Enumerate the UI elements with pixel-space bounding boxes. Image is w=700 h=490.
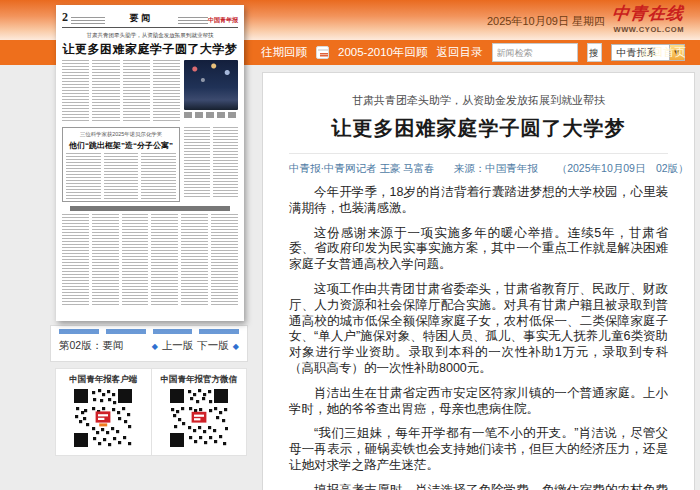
nav-back-to-contents[interactable]: 返回目录 xyxy=(437,45,483,60)
article-title: 让更多困难家庭学子圆了大学梦 xyxy=(289,115,668,142)
page-label: 第02版：要闻 xyxy=(59,339,123,353)
simulated-text-columns xyxy=(66,153,176,199)
calendar-icon[interactable] xyxy=(316,46,329,59)
article-links-row xyxy=(51,326,247,334)
search-button[interactable]: 搜 xyxy=(587,43,602,62)
article-divider xyxy=(289,153,668,154)
article-link[interactable] xyxy=(199,329,239,334)
newspaper-second-headline: 他们“跳出框架”造“分子公寓” xyxy=(66,140,176,151)
newspaper-second-story: 三位科学家获2025年诺贝尔化学奖 他们“跳出框架”造“分子公寓” xyxy=(62,127,238,202)
search-input[interactable] xyxy=(492,43,578,62)
article-link[interactable] xyxy=(59,329,99,334)
simulated-subheadline xyxy=(70,206,230,211)
simulated-text-columns xyxy=(62,60,180,122)
nav-archive-2005-2010[interactable]: 2005-2010年回顾 xyxy=(338,45,428,60)
newspaper-masthead-row: 2 要闻 中国青年报 xyxy=(62,10,238,25)
newspaper-page-number: 2 xyxy=(62,10,68,25)
site-logo[interactable]: 中青在线 WWW.CYOL.COM xyxy=(612,2,684,34)
qr-app-label: 中国青年报客户端 xyxy=(69,374,137,386)
qr-code-app xyxy=(74,389,132,447)
article-paragraph: 肖洁出生在甘肃省定西市安定区符家川镇的一个普通家庭。上小学时，她的爷爷查出胃癌，… xyxy=(289,386,668,418)
article-link[interactable] xyxy=(106,329,146,334)
article-byline: 中青报·中青网记者 王豪 马富春 来源：中国青年报 （2025年10月09日 0… xyxy=(289,162,668,176)
newspaper-photo xyxy=(184,60,238,122)
article-paragraph: 这份感谢来源于一项实施多年的暖心举措。连续5年，甘肃省委、省政府印发为民实事实施… xyxy=(289,226,668,273)
site-logo-text: 中青在线 xyxy=(611,2,685,25)
qr-card: 中国青年报客户端 中国青年报官方微信 xyxy=(55,368,247,456)
newspaper-page-meta xyxy=(71,17,105,25)
issue-date: 2025年10月09日 星期四 xyxy=(487,14,605,29)
newspaper-section: 要闻 xyxy=(105,12,178,25)
article-kicker: 甘肃共青团牵头助学，从资助金发放拓展到就业帮扶 xyxy=(289,93,668,108)
qr-wechat-label: 中国青年报官方微信 xyxy=(161,374,238,386)
newspaper-masthead: 中国青年报 xyxy=(208,16,238,25)
simulated-text-columns xyxy=(62,214,238,306)
nav-past-issues[interactable]: 往期回顾 xyxy=(261,45,307,60)
article-paragraph: 填报高考志愿时，肖洁选择了免除学费、免缴住宿费的农村免费医疗人才专项（专科）定向… xyxy=(289,483,668,490)
newspaper-date-meta xyxy=(178,17,208,25)
article-panel: 甘肃共青团牵头助学，从资助金发放拓展到就业帮扶 让更多困难家庭学子圆了大学梦 中… xyxy=(262,72,695,490)
diamond-icon: ◆ xyxy=(152,342,158,351)
article-edition: （2025年10月09日 02版） xyxy=(557,162,689,174)
newspaper-lead-headline: 让更多困难家庭学子圆了大学梦 xyxy=(62,41,238,58)
newspaper-lead-kicker: 甘肃共青团牵头助学，从资助金发放拓展到就业帮扶 xyxy=(69,31,231,39)
prev-page-link[interactable]: 上一版 xyxy=(162,339,194,353)
newspaper-second-kicker: 三位科学家获2025年诺贝尔化学奖 xyxy=(72,130,171,138)
article-link[interactable] xyxy=(153,329,193,334)
site-logo-url: WWW.CYOL.COM xyxy=(612,25,684,34)
diamond-icon: ◆ xyxy=(233,342,239,351)
page-navigation-card: 第02版：要闻 ◆ 上一版 下一版 ◆ xyxy=(50,325,248,362)
article-body: 今年开学季，18岁的肖洁背着行囊踏进梦想的大学校园，心里装满期待，也装满感激。这… xyxy=(289,185,668,490)
next-page-link[interactable]: 下一版 xyxy=(197,339,229,353)
simulated-text-columns xyxy=(184,127,238,202)
nav-back-home[interactable]: 返回首页 xyxy=(640,40,686,65)
article-paragraph: 这项工作由共青团甘肃省委牵头，甘肃省教育厅、民政厅、财政厅、人力资源和社会保障厅… xyxy=(289,282,668,377)
newspaper-rule xyxy=(62,27,238,28)
article-paragraph: “我们三姐妹，每年开学都有一笔不小的开支。”肖洁说，尽管父母一再表示，砸锅卖铁也… xyxy=(289,426,668,473)
article-paragraph: 今年开学季，18岁的肖洁背着行囊踏进梦想的大学校园，心里装满期待，也装满感激。 xyxy=(289,185,668,217)
qr-code-wechat xyxy=(170,389,228,447)
newspaper-lead-story: 甘肃共青团牵头助学，从资助金发放拓展到就业帮扶 让更多困难家庭学子圆了大学梦 xyxy=(62,31,238,122)
newspaper-page-image[interactable]: 2 要闻 中国青年报 甘肃共青团牵头助学，从资助金发放拓展到就业帮扶 让更多困难… xyxy=(56,5,244,321)
page: { "colors":{ "accent_orange":"#ee6f1c", … xyxy=(0,0,700,490)
article-source: 来源：中国青年报 xyxy=(454,162,538,174)
article-authors: 中青报·中青网记者 王豪 马富春 xyxy=(289,162,435,174)
